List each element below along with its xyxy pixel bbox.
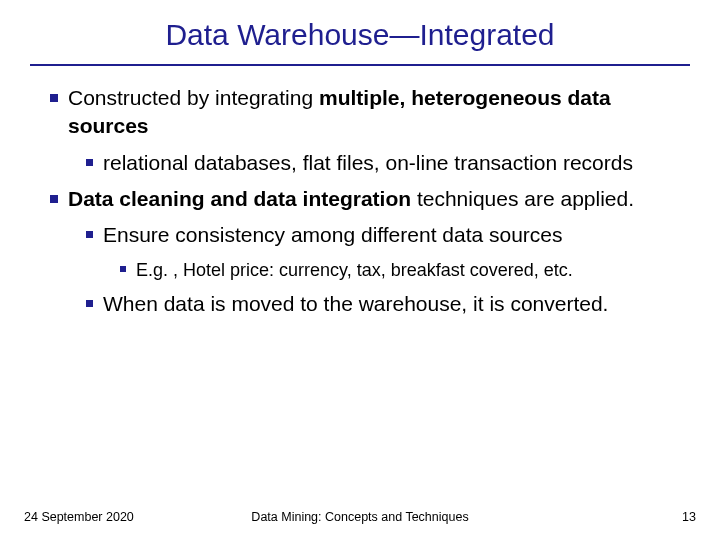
bullet-text: Data cleaning and data integration techn… (68, 185, 680, 213)
slide-content: Constructed by integrating multiple, het… (0, 80, 720, 318)
bullet-level1: Constructed by integrating multiple, het… (50, 84, 680, 141)
bullet-text: Constructed by integrating multiple, het… (68, 84, 680, 141)
slide: { "title": "Data Warehouse—Integrated", … (0, 0, 720, 540)
bullet-level2: When data is moved to the warehouse, it … (86, 290, 680, 318)
bullet-text: relational databases, flat files, on-lin… (103, 149, 680, 177)
footer-title: Data Mining: Concepts and Techniques (0, 510, 720, 524)
text-run: techniques are applied. (411, 187, 634, 210)
bullet-text: E.g. , Hotel price: currency, tax, break… (136, 258, 680, 282)
square-bullet-icon (50, 94, 58, 102)
square-bullet-icon (86, 159, 93, 166)
square-bullet-icon (86, 300, 93, 307)
bullet-text: When data is moved to the warehouse, it … (103, 290, 680, 318)
slide-title: Data Warehouse—Integrated (0, 0, 720, 64)
square-bullet-icon (50, 195, 58, 203)
bullet-level2: Ensure consistency among different data … (86, 221, 680, 249)
text-bold: Data cleaning and data integration (68, 187, 411, 210)
square-bullet-icon (120, 266, 126, 272)
footer-page-number: 13 (682, 510, 696, 524)
text-run: Constructed by integrating (68, 86, 319, 109)
bullet-text: Ensure consistency among different data … (103, 221, 680, 249)
bullet-level3: E.g. , Hotel price: currency, tax, break… (120, 258, 680, 282)
square-bullet-icon (86, 231, 93, 238)
title-rule (30, 64, 690, 66)
bullet-level1: Data cleaning and data integration techn… (50, 185, 680, 213)
bullet-level2: relational databases, flat files, on-lin… (86, 149, 680, 177)
